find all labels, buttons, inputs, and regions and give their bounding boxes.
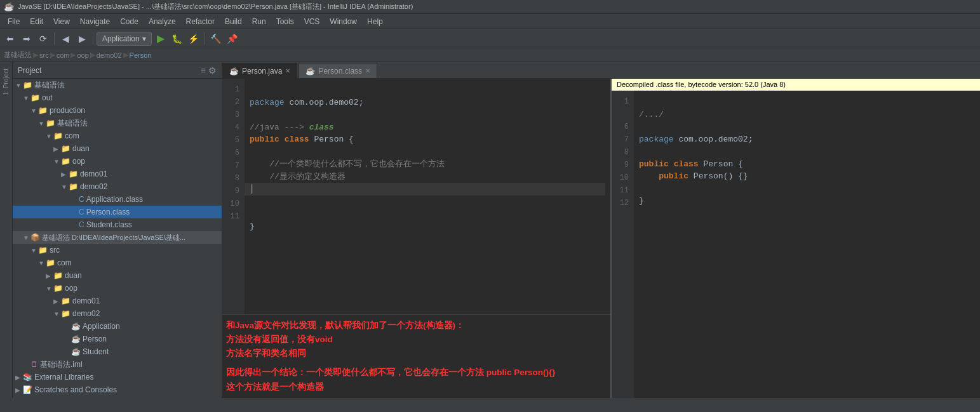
- reload-btn[interactable]: ⟳: [36, 31, 51, 46]
- left-editor-pane: 1 2 3 4 5 6 7 8 9 10 11 package com.oop.…: [222, 79, 612, 398]
- tree-com1[interactable]: ▼ 📁 com: [13, 130, 222, 142]
- tree-iml[interactable]: 🗒 基础语法.iml: [13, 358, 222, 371]
- tree-demo01a[interactable]: ▶ 📁 demo01: [13, 168, 222, 180]
- project-tree: ▼ 📁 基础语法 ▼ 📁 out ▼ 📁 production ▼ 📁 基础语: [13, 79, 222, 398]
- tree-demo02b[interactable]: ▼ 📁 demo02: [13, 307, 222, 320]
- tree-production[interactable]: ▼ 📁 production: [13, 104, 222, 117]
- run-config-dropdown[interactable]: Application ▾: [97, 32, 152, 46]
- code-area-left[interactable]: 1 2 3 4 5 6 7 8 9 10 11 package com.oop.…: [222, 79, 610, 314]
- menu-edit[interactable]: Edit: [25, 14, 48, 29]
- tree-oop1[interactable]: ▼ 📁 oop: [13, 155, 222, 168]
- sep: ▶: [33, 51, 38, 59]
- fwd-btn[interactable]: ➡: [19, 31, 34, 46]
- menu-window[interactable]: Window: [325, 14, 362, 29]
- title-text: JavaSE [D:\IDEA\IdeaProjects\JavaSE] - .…: [18, 2, 413, 11]
- breadcrumb-root[interactable]: 基础语法: [4, 50, 32, 60]
- app-icon: ☕: [4, 2, 14, 11]
- line-numbers-left: 1 2 3 4 5 6 7 8 9 10 11: [222, 79, 245, 314]
- debug-button[interactable]: 🐛: [170, 31, 185, 46]
- prev-btn[interactable]: ◀: [58, 31, 73, 46]
- tree-person-class[interactable]: C Person.class: [13, 206, 222, 218]
- breadcrumb-person[interactable]: Person: [130, 51, 152, 59]
- tree-com2[interactable]: ▼ 📁 com: [13, 256, 222, 269]
- collapse-btn[interactable]: ≡: [201, 65, 206, 76]
- tree-scratches[interactable]: ▶ 📝 Scratches and Consoles: [13, 383, 222, 396]
- tree-person-java[interactable]: ☕ Person: [13, 333, 222, 345]
- tree-student-class[interactable]: C Student.class: [13, 218, 222, 231]
- toolbar: ⬅ ➡ ⟳ ◀ ▶ Application ▾ ▶ 🐛 ⚡ 🔨 📌: [0, 29, 980, 48]
- anno-line6: 这个方法就是一个构造器: [226, 380, 607, 394]
- settings-btn[interactable]: ⚙: [208, 65, 217, 76]
- tree-student-java[interactable]: ☕ Student: [13, 345, 222, 358]
- menu-analyze[interactable]: Analyze: [144, 14, 181, 29]
- tree-application-java[interactable]: ☕ Application: [13, 320, 222, 333]
- sep: ▶: [70, 51, 76, 59]
- dropdown-arrow: ▾: [142, 34, 146, 43]
- menu-vcs[interactable]: VCS: [299, 14, 325, 29]
- tab-close-person-java[interactable]: ✕: [285, 67, 290, 74]
- breadcrumb-demo02[interactable]: demo02: [97, 51, 122, 59]
- tree-module2[interactable]: ▼ 📦 基础语法 D:\IDEA\IdeaProjects\JavaSE\基础.…: [13, 231, 222, 244]
- breadcrumb-oop[interactable]: oop: [77, 51, 88, 59]
- tree-duan1[interactable]: ▶ 📁 duan: [13, 142, 222, 155]
- run-config-label: Application: [102, 34, 140, 43]
- title-bar: ☕ JavaSE [D:\IDEA\IdeaProjects\JavaSE] -…: [0, 0, 980, 14]
- back-btn[interactable]: ⬅: [3, 31, 18, 46]
- next-btn[interactable]: ▶: [74, 31, 90, 46]
- breadcrumb-com[interactable]: com: [57, 51, 70, 59]
- menu-code[interactable]: Code: [115, 14, 144, 29]
- tab-person-java[interactable]: ☕ Person.java ✕: [222, 63, 297, 78]
- right-editor-pane: Decompiled .class file, bytecode version…: [612, 79, 980, 398]
- tab-person-class[interactable]: ☕ Person.class ✕: [299, 63, 377, 78]
- anno-line3: 方法名字和类名相同: [226, 347, 607, 361]
- tree-demo01b[interactable]: ▶ 📁 demo01: [13, 295, 222, 307]
- editor-content: 1 2 3 4 5 6 7 8 9 10 11 package com.oop.…: [222, 79, 980, 398]
- project-panel: Project ≡ ⚙ ▼ 📁 基础语法 ▼ 📁 out ▼ 📁 product…: [13, 62, 222, 398]
- anno-line2: 方法没有返回值，没有void: [226, 333, 607, 347]
- bookmark-btn[interactable]: 📌: [225, 31, 240, 46]
- breadcrumb: 基础语法 ▶ src ▶ com ▶ oop ▶ demo02 ▶ Person: [0, 48, 980, 62]
- menu-refactor[interactable]: Refactor: [181, 14, 220, 29]
- decompile-notice: Decompiled .class file, bytecode version…: [612, 79, 980, 91]
- build-btn[interactable]: 🔨: [208, 31, 224, 46]
- sep: ▶: [123, 51, 128, 59]
- code-content-right[interactable]: /.../ package com.oop.demo02; public cla…: [634, 91, 980, 398]
- menu-file[interactable]: File: [3, 14, 25, 29]
- project-title: Project: [18, 66, 198, 75]
- run-button[interactable]: ▶: [153, 31, 168, 46]
- anno-line1: 和Java源文件对比发现，默认帮我们加了一个方法(构造器)：: [226, 319, 607, 333]
- project-header: Project ≡ ⚙: [13, 62, 222, 79]
- tree-demo02a[interactable]: ▼ 📁 demo02: [13, 180, 222, 193]
- editor-area: ☕ Person.java ✕ ☕ Person.class ✕ 1 2 3 4: [222, 62, 980, 398]
- tree-root[interactable]: ▼ 📁 基础语法: [13, 79, 222, 91]
- tree-ext-libs[interactable]: ▶ 📚 External Libraries: [13, 371, 222, 383]
- menu-navigate[interactable]: Navigate: [75, 14, 115, 29]
- project-tab[interactable]: 1: Project: [1, 65, 11, 99]
- sep2: [93, 32, 93, 45]
- line-numbers-right: 1 6 7 8 9 10 11 12: [612, 91, 634, 398]
- menu-build[interactable]: Build: [220, 14, 247, 29]
- menu-tools[interactable]: Tools: [271, 14, 299, 29]
- menu-run[interactable]: Run: [247, 14, 271, 29]
- breadcrumb-src[interactable]: src: [39, 51, 49, 59]
- sep: ▶: [50, 51, 55, 59]
- side-panel: 1: Project: [0, 62, 13, 398]
- tree-app-class[interactable]: C Application.class: [13, 193, 222, 206]
- code-content-left[interactable]: package com.oop.demo02; //java ---> clas…: [245, 79, 610, 314]
- editor-tabs: ☕ Person.java ✕ ☕ Person.class ✕: [222, 62, 980, 79]
- tab-close-person-class[interactable]: ✕: [365, 67, 370, 74]
- tree-oop2[interactable]: ▼ 📁 oop: [13, 282, 222, 295]
- tree-jichuyu1[interactable]: ▼ 📁 基础语法: [13, 117, 222, 130]
- menu-view[interactable]: View: [48, 14, 75, 29]
- menu-help[interactable]: Help: [362, 14, 388, 29]
- sep: ▶: [90, 51, 95, 59]
- sep3: [205, 32, 205, 45]
- code-area-right[interactable]: 1 6 7 8 9 10 11 12 /.../ package com.oop…: [612, 91, 980, 398]
- coverage-button[interactable]: ⚡: [186, 31, 201, 46]
- tree-src[interactable]: ▼ 📁 src: [13, 244, 222, 256]
- tree-duan2[interactable]: ▶ 📁 duan: [13, 269, 222, 282]
- tab-person-class-label: Person.class: [318, 67, 362, 76]
- sep1: [54, 32, 55, 45]
- tab-person-java-label: Person.java: [242, 67, 282, 76]
- tree-out[interactable]: ▼ 📁 out: [13, 91, 222, 104]
